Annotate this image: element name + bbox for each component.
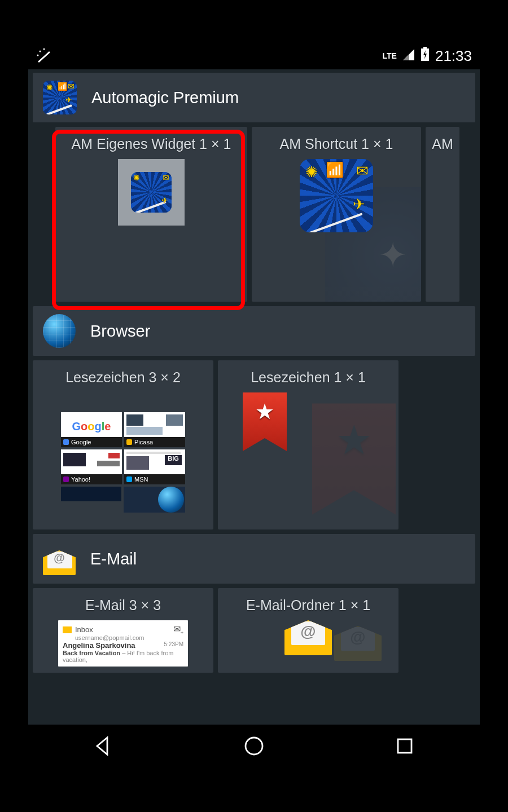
- bookmark-extra-row: [61, 487, 185, 513]
- bookmark-msn: BIG MSN: [124, 449, 185, 484]
- widget-label: E-Mail 3 × 3: [85, 588, 161, 620]
- widget-am-partial[interactable]: AM: [426, 127, 459, 302]
- mail-icon: [284, 620, 332, 655]
- clock: 21:33: [435, 47, 472, 65]
- email-app-icon: [43, 542, 76, 575]
- email-list-preview: Inbox ✉+ username@popmail.com 5:23PM Ang…: [58, 620, 188, 667]
- status-bar: LTE 21:33: [28, 42, 480, 69]
- bookmark-yahoo: Yahoo!: [61, 449, 122, 484]
- widget-label: Lesezeichen 3 × 2: [65, 360, 181, 392]
- svg-point-6: [246, 738, 262, 754]
- bookmark-grid: Google Google Picasa Yahoo! BIG: [61, 410, 185, 484]
- section-header-automagic: ✺📶✉✈ Automagic Premium: [33, 73, 475, 122]
- widget-email-ordner-1x1[interactable]: E-Mail-Ordner 1 × 1: [218, 588, 398, 673]
- network-type: LTE: [383, 52, 397, 60]
- bookmark-ghost-icon: ★: [312, 403, 396, 515]
- widget-row-email: E-Mail 3 × 3 Inbox ✉+ username@popmail.c…: [33, 588, 475, 673]
- section-title: E-Mail: [90, 550, 137, 568]
- svg-rect-7: [398, 739, 411, 753]
- widget-preview: Inbox ✉+ username@popmail.com 5:23PM Ang…: [33, 620, 213, 673]
- recents-button[interactable]: [393, 734, 417, 760]
- widget-email-3x3[interactable]: E-Mail 3 × 3 Inbox ✉+ username@popmail.c…: [33, 588, 213, 673]
- widget-label: Lesezeichen 1 × 1: [251, 360, 366, 392]
- section-header-browser: Browser: [33, 306, 475, 356]
- bookmark-google: Google Google: [61, 412, 122, 447]
- battery-charging-icon: [421, 47, 430, 65]
- widget-label: AM Eigenes Widget 1 × 1: [72, 127, 231, 159]
- email-sender: Angelina Sparkovina: [63, 641, 135, 650]
- section-title: Browser: [90, 322, 150, 341]
- svg-point-3: [37, 55, 39, 56]
- widget-label: AM Shortcut 1 × 1: [280, 127, 393, 159]
- widget-preview: Google Google Picasa Yahoo! BIG: [33, 392, 213, 529]
- widget-preview: ✺✉✈: [55, 159, 247, 302]
- widget-picker-screen[interactable]: ✺📶✉✈ Automagic Premium AM Eigenes Widget…: [28, 69, 480, 725]
- home-button[interactable]: [242, 734, 266, 760]
- bookmark-ribbon-icon: ★: [243, 392, 287, 451]
- widget-label: AM: [432, 127, 453, 159]
- widget-slot-frame: ✺✉✈: [118, 159, 185, 226]
- widget-lesezeichen-1x1[interactable]: Lesezeichen 1 × 1 ★ ★: [218, 360, 398, 529]
- widget-preview: [218, 620, 398, 673]
- section-title: Automagic Premium: [91, 89, 239, 107]
- email-subject: Back from Vacation: [63, 650, 120, 656]
- automagic-icon: ✺📶✉✈: [300, 159, 373, 232]
- automagic-icon: ✺✉✈: [131, 172, 172, 213]
- svg-rect-5: [423, 47, 427, 48]
- folder-name: Inbox: [75, 625, 93, 634]
- svg-point-2: [43, 48, 45, 50]
- svg-point-1: [40, 51, 41, 52]
- mail-mini-icon: [63, 626, 72, 633]
- automagic-app-icon: ✺📶✉✈: [43, 81, 77, 114]
- mail-ghost-icon: [334, 626, 382, 661]
- widget-am-shortcut[interactable]: AM Shortcut 1 × 1 ✦ ✺📶✉✈: [252, 127, 421, 302]
- section-header-email: E-Mail: [33, 534, 475, 584]
- widget-preview: ★ ★: [218, 392, 398, 529]
- navigation-bar: [28, 725, 480, 770]
- widget-am-eigenes[interactable]: AM Eigenes Widget 1 × 1 ✺✉✈: [55, 127, 247, 302]
- email-time: 5:23PM: [164, 641, 183, 647]
- widget-label: E-Mail-Ordner 1 × 1: [246, 588, 370, 620]
- widget-lesezeichen-3x2[interactable]: Lesezeichen 3 × 2 Google Google Picasa: [33, 360, 213, 529]
- compose-icon: ✉+: [173, 624, 183, 636]
- globe-icon: [158, 487, 184, 513]
- svg-line-0: [38, 52, 50, 62]
- back-button[interactable]: [91, 734, 115, 760]
- widget-preview: ✦ ✺📶✉✈: [252, 159, 421, 302]
- email-address: username@popmail.com: [75, 634, 183, 641]
- automagic-status-icon: [36, 47, 53, 64]
- bookmark-picasa: Picasa: [124, 412, 185, 447]
- widget-row-browser: Lesezeichen 3 × 2 Google Google Picasa: [33, 360, 475, 529]
- browser-app-icon: [43, 315, 76, 347]
- signal-icon: [402, 47, 415, 65]
- phone-frame: LTE 21:33 ✺📶✉✈ Automagic Premium AM: [28, 42, 480, 770]
- widget-row-automagic: AM Eigenes Widget 1 × 1 ✺✉✈ AM Shortcut …: [55, 127, 475, 302]
